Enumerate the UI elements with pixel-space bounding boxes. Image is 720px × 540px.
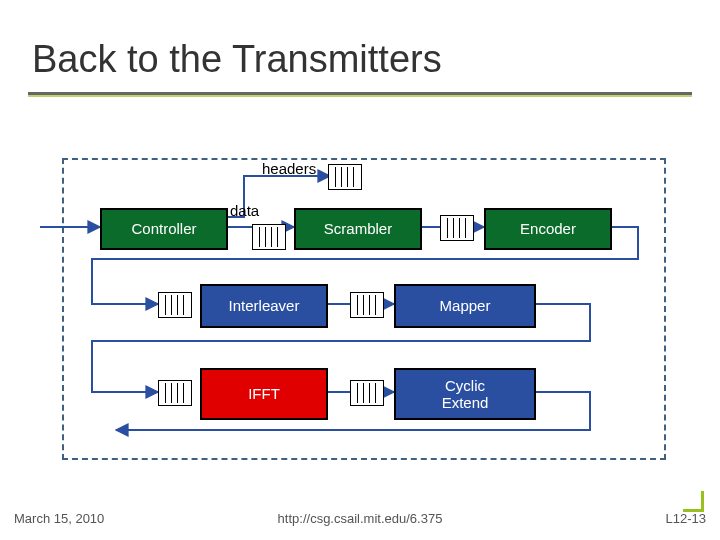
buffer-icon bbox=[440, 215, 474, 241]
controller-block: Controller bbox=[100, 208, 228, 250]
interleaver-block: Interleaver bbox=[200, 284, 328, 328]
encoder-block: Encoder bbox=[484, 208, 612, 250]
corner-accent-icon bbox=[683, 491, 704, 512]
buffer-icon bbox=[350, 292, 384, 318]
buffer-icon bbox=[158, 380, 192, 406]
data-label: data bbox=[230, 202, 259, 219]
buffer-icon bbox=[328, 164, 362, 190]
slide: Back to the Transmitters Cont bbox=[0, 0, 720, 540]
scrambler-block: Scrambler bbox=[294, 208, 422, 250]
title-underline bbox=[28, 92, 692, 97]
footer-page: L12-13 bbox=[666, 511, 706, 526]
buffer-icon bbox=[252, 224, 286, 250]
diagram-canvas: Controller headers data Scrambler Encode… bbox=[30, 130, 690, 460]
headers-label: headers bbox=[262, 160, 316, 177]
slide-title: Back to the Transmitters bbox=[32, 38, 442, 81]
ifft-block: IFFT bbox=[200, 368, 328, 420]
buffer-icon bbox=[158, 292, 192, 318]
footer-url: http://csg.csail.mit.edu/6.375 bbox=[0, 511, 720, 526]
mapper-block: Mapper bbox=[394, 284, 536, 328]
cyclic-extend-block: Cyclic Extend bbox=[394, 368, 536, 420]
buffer-icon bbox=[350, 380, 384, 406]
